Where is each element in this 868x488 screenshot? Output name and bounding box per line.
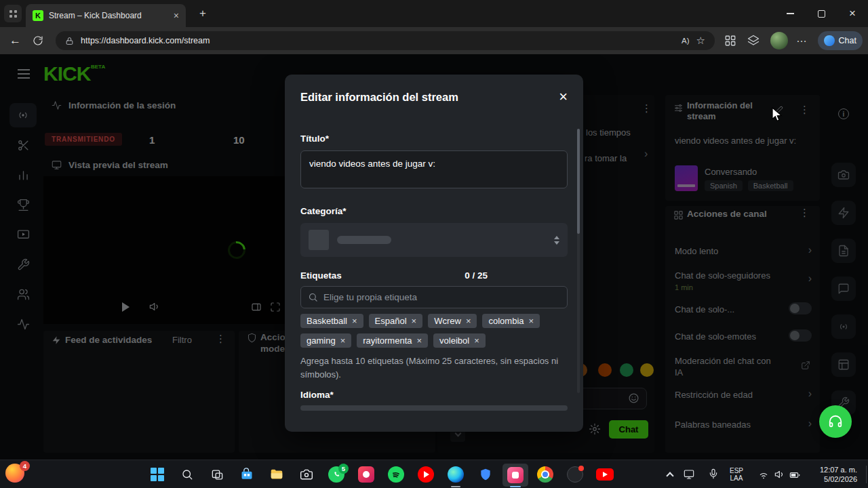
camera-app-button[interactable] xyxy=(292,461,321,488)
whatsapp-button[interactable]: 5 xyxy=(321,461,351,488)
volume-icon[interactable] xyxy=(774,469,785,480)
lock-icon xyxy=(65,37,74,45)
tag-chip[interactable]: rayitormenta× xyxy=(357,333,428,348)
tag-search-input[interactable] xyxy=(323,292,560,302)
tag-chip-list: Basketball× Español× Wcrew× colombia× ga… xyxy=(300,314,545,348)
music-app-button[interactable] xyxy=(560,461,590,488)
spotify-icon xyxy=(389,468,403,481)
browser-titlebar: K Stream – Kick Dashboard × + × xyxy=(0,0,868,27)
tag-chip[interactable]: Español× xyxy=(369,314,423,328)
wifi-icon[interactable] xyxy=(758,469,769,480)
tray-overflow-chevron-icon[interactable] xyxy=(666,472,673,479)
shield-icon xyxy=(479,468,492,481)
microphone-icon[interactable] xyxy=(708,468,719,479)
notification-dot xyxy=(578,466,584,471)
url-text: https://dashboard.kick.com/stream xyxy=(81,36,210,45)
clock-time: 12:07 a. m. xyxy=(820,465,857,474)
taskbar-search-button[interactable] xyxy=(172,461,202,488)
remove-tag-icon[interactable]: × xyxy=(416,336,422,345)
copilot-chat-button[interactable]: Chat xyxy=(818,31,863,50)
spotify-button[interactable] xyxy=(381,461,411,488)
stream-title-input[interactable]: viendo videos antes de jugar v: xyxy=(300,150,568,188)
microsoft-store-button[interactable] xyxy=(232,461,262,488)
security-app-button[interactable] xyxy=(471,461,500,488)
tab-title: Stream – Kick Dashboard xyxy=(49,11,168,20)
tags-counter: 0 / 25 xyxy=(465,270,488,281)
search-icon xyxy=(308,292,318,302)
remove-tag-icon[interactable]: × xyxy=(412,317,417,325)
tags-field-label: Etiquetas xyxy=(300,270,342,281)
collections-icon[interactable] xyxy=(747,35,760,47)
tab-actions-menu-button[interactable] xyxy=(4,5,22,22)
remove-tag-icon[interactable]: × xyxy=(352,317,357,325)
minimize-button[interactable] xyxy=(774,0,806,27)
cast-screen-icon[interactable] xyxy=(684,469,694,480)
search-icon xyxy=(181,468,193,481)
notification-badge: 4 xyxy=(20,461,30,471)
modal-scrollbar-thumb[interactable] xyxy=(577,129,580,234)
folder-icon xyxy=(269,467,284,482)
store-icon xyxy=(240,468,254,481)
category-field-label: Categoría* xyxy=(300,206,568,216)
taskbar-clock[interactable]: 12:07 a. m. 5/02/2026 xyxy=(820,465,857,484)
active-app-button[interactable] xyxy=(500,461,530,488)
file-explorer-button[interactable] xyxy=(262,461,292,488)
notification-badge: 5 xyxy=(338,464,349,474)
kick-favicon: K xyxy=(33,10,43,21)
modal-close-icon[interactable]: × xyxy=(559,91,568,103)
tag-chip[interactable]: Basketball× xyxy=(300,314,363,328)
window-close-button[interactable]: × xyxy=(837,0,868,27)
remove-tag-icon[interactable]: × xyxy=(340,336,346,345)
tab-close-icon[interactable]: × xyxy=(174,11,179,20)
youtube-button[interactable] xyxy=(590,461,620,488)
back-button[interactable]: ← xyxy=(9,34,21,47)
camera-icon xyxy=(300,468,313,481)
select-stepper-icon[interactable] xyxy=(554,236,559,245)
start-button[interactable] xyxy=(142,461,172,488)
read-aloud-icon[interactable]: A) xyxy=(682,37,690,45)
edit-stream-info-modal: Editar información del stream × Título* … xyxy=(285,75,583,432)
browser-toolbar: ← https://dashboard.kick.com/stream A) ☆… xyxy=(0,27,868,54)
extension-icon[interactable] xyxy=(724,35,736,47)
task-view-button[interactable] xyxy=(202,461,232,488)
tag-chip[interactable]: voleibol× xyxy=(433,333,486,348)
browser-tab[interactable]: K Stream – Kick Dashboard × xyxy=(26,4,186,27)
battery-icon[interactable] xyxy=(789,470,800,481)
kick-dashboard-page: KICK BETA xyxy=(0,54,868,460)
taskbar: 4 xyxy=(0,460,868,488)
new-tab-button[interactable]: + xyxy=(195,6,210,21)
headset-icon xyxy=(828,414,843,429)
profile-avatar[interactable] xyxy=(770,32,788,49)
tag-chip[interactable]: colombia× xyxy=(482,314,540,328)
edge-browser-button[interactable] xyxy=(441,461,471,488)
category-select[interactable] xyxy=(300,223,568,257)
favorite-star-icon[interactable]: ☆ xyxy=(696,35,705,47)
remove-tag-icon[interactable]: × xyxy=(529,317,534,325)
language-indicator[interactable]: ESP LAA xyxy=(726,467,747,482)
clock-date: 5/02/2026 xyxy=(820,474,857,484)
tag-chip[interactable]: gaming× xyxy=(300,333,351,348)
modal-title: Editar información del stream xyxy=(300,91,458,104)
maximize-button[interactable] xyxy=(806,0,837,27)
category-thumbnail-placeholder xyxy=(309,230,329,250)
tag-chip[interactable]: Wcrew× xyxy=(428,314,477,328)
browser-menu-icon[interactable]: … xyxy=(796,33,807,45)
remove-tag-icon[interactable]: × xyxy=(466,317,471,325)
support-chat-button[interactable] xyxy=(819,405,852,438)
chrome-button[interactable] xyxy=(530,461,560,488)
taskbar-widget-icon[interactable]: 4 xyxy=(5,464,26,484)
media-app-button[interactable] xyxy=(351,461,381,488)
mouse-cursor xyxy=(770,107,784,122)
refresh-button[interactable] xyxy=(33,35,43,46)
tag-search-box[interactable] xyxy=(300,286,568,308)
copilot-icon xyxy=(824,35,835,46)
title-field-label: Título* xyxy=(300,134,568,144)
tags-helper-text: Agrega hasta 10 etiquetas (Máximo 25 car… xyxy=(300,354,566,382)
show-desktop-divider[interactable] xyxy=(866,466,867,483)
remove-tag-icon[interactable]: × xyxy=(474,336,479,345)
youtube-music-button[interactable] xyxy=(411,461,441,488)
language-field-label: Idioma* xyxy=(300,390,568,400)
category-name-placeholder xyxy=(337,236,391,244)
address-bar[interactable]: https://dashboard.kick.com/stream A) ☆ xyxy=(56,31,715,50)
taskbar-pinned-apps: 5 xyxy=(142,461,620,488)
